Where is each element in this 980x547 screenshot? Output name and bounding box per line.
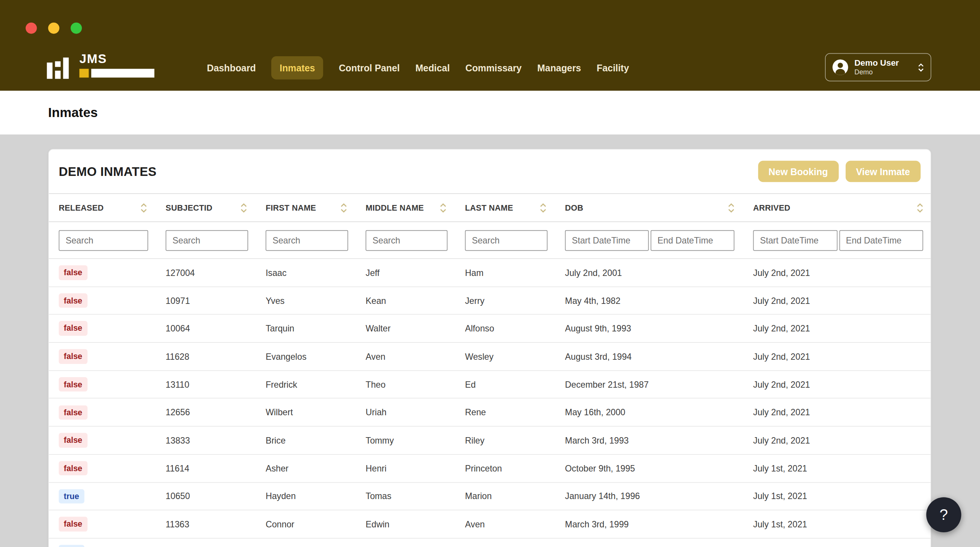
app-root: JMS DashboardInmatesControl PanelMedical…	[0, 0, 980, 547]
cell-subjectid: 12656	[156, 407, 256, 418]
view-inmate-button[interactable]: View Inmate	[845, 161, 921, 182]
table-row[interactable]: false 13833 Brice Tommy Riley March 3rd,…	[49, 427, 931, 455]
user-role: Demo	[854, 69, 912, 76]
new-booking-button[interactable]: New Booking	[758, 161, 838, 182]
cell-last-name: Ed	[455, 380, 555, 389]
released-badge: false	[59, 461, 88, 476]
cell-dob: July 2nd, 2001	[555, 268, 743, 278]
sort-icon	[916, 202, 924, 213]
cell-middle-name: Aven	[356, 351, 455, 362]
table-row[interactable]: true 10650 Hayden Tomas Marion January 1…	[49, 482, 931, 510]
cell-arrived: July 1st, 2021	[743, 519, 931, 529]
nav-item-managers[interactable]: Managers	[537, 62, 581, 73]
released-search-input[interactable]	[59, 230, 148, 251]
cell-last-name: Marion	[455, 491, 555, 501]
cell-middle-name: Tommy	[356, 435, 455, 445]
last-name-search-input[interactable]	[465, 230, 548, 251]
table-body: false 127004 Isaac Jeff Ham July 2nd, 20…	[49, 259, 931, 547]
panel-actions: New Booking View Inmate	[758, 161, 921, 182]
cell-subjectid: 127004	[156, 268, 256, 278]
cell-middle-name: Kean	[356, 296, 455, 306]
cell-released: false	[49, 405, 156, 420]
table-row[interactable]: false 12656 Wilbert Uriah Rene May 16th,…	[49, 399, 931, 427]
user-menu[interactable]: Demo User Demo	[825, 53, 931, 81]
first-name-search-input[interactable]	[266, 230, 348, 251]
cell-first-name: Connor	[256, 519, 356, 529]
brand-logo[interactable]: JMS	[47, 53, 154, 80]
cell-released: false	[49, 433, 156, 448]
cell-first-name: Tarquin	[256, 324, 356, 334]
nav-item-medical[interactable]: Medical	[415, 62, 450, 73]
nav-item-dashboard[interactable]: Dashboard	[207, 62, 256, 73]
nav-item-commissary[interactable]: Commissary	[466, 62, 522, 73]
nav-item-facility[interactable]: Facility	[597, 62, 629, 73]
cell-subjectid: 11614	[156, 463, 256, 474]
table-header-row: RELEASED SUBJECTID FIRST NAME MIDDLE NAM…	[49, 193, 931, 222]
table-row[interactable]: false 127004 Isaac Jeff Ham July 2nd, 20…	[49, 259, 931, 287]
cell-subjectid: 10064	[156, 324, 256, 334]
cell-last-name: Alfonso	[455, 324, 555, 334]
cell-released: false	[49, 461, 156, 476]
cell-middle-name: Edwin	[356, 519, 455, 529]
cell-released: false	[49, 321, 156, 336]
sort-icon	[240, 202, 247, 213]
cell-dob: August 3rd, 1994	[555, 351, 743, 362]
cell-last-name: Aven	[455, 519, 555, 529]
column-header-dob[interactable]: DOB	[555, 202, 743, 213]
released-badge: false	[59, 405, 88, 420]
column-header-middle-name[interactable]: MIDDLE NAME	[356, 202, 455, 213]
table-row[interactable]: false 13110 Fredrick Theo Ed December 21…	[49, 371, 931, 399]
sort-icon	[728, 202, 735, 213]
cell-arrived: July 2nd, 2021	[743, 268, 931, 278]
nav-item-inmates[interactable]: Inmates	[272, 56, 323, 79]
main-content: DEMO INMATES New Booking View Inmate REL…	[0, 134, 980, 547]
cell-dob: October 9th, 1995	[555, 463, 743, 474]
cell-subjectid: 11628	[156, 351, 256, 362]
arrived-start-datetime-input[interactable]	[753, 230, 837, 251]
cell-middle-name: Jeff	[356, 268, 455, 278]
cell-arrived: July 2nd, 2021	[743, 407, 931, 418]
cell-released: false	[49, 377, 156, 392]
column-header-subjectid[interactable]: SUBJECTID	[156, 202, 256, 213]
nav-item-control-panel[interactable]: Control Panel	[339, 62, 400, 73]
cell-first-name: Yves	[256, 296, 356, 306]
released-badge: false	[59, 321, 88, 336]
cell-subjectid: 10971	[156, 296, 256, 306]
column-header-released[interactable]: RELEASED	[49, 202, 156, 213]
window-close-button[interactable]	[25, 23, 37, 34]
table-filter-row	[49, 222, 931, 259]
column-header-last-name[interactable]: LAST NAME	[455, 202, 555, 213]
brand-white-bar	[91, 69, 154, 77]
page-header: Inmates	[0, 91, 980, 134]
cell-dob: August 9th, 1993	[555, 324, 743, 334]
brand-underline	[79, 69, 154, 77]
cell-arrived: July 1st, 2021	[743, 491, 931, 501]
sort-icon	[140, 202, 148, 213]
window-minimize-button[interactable]	[48, 23, 60, 34]
column-header-first-name[interactable]: FIRST NAME	[256, 202, 356, 213]
released-badge: false	[59, 293, 88, 308]
dob-start-datetime-input[interactable]	[565, 230, 649, 251]
panel-title: DEMO INMATES	[59, 164, 156, 179]
cell-middle-name: Theo	[356, 380, 455, 389]
subjectid-search-input[interactable]	[165, 230, 248, 251]
table-row[interactable]: true	[49, 538, 931, 547]
cell-released: false	[49, 265, 156, 280]
arrived-end-datetime-input[interactable]	[839, 230, 923, 251]
cell-dob: May 16th, 2000	[555, 407, 743, 418]
table-row[interactable]: false 10971 Yves Kean Jerry May 4th, 198…	[49, 287, 931, 315]
help-button[interactable]: ?	[926, 497, 961, 532]
table-row[interactable]: false 11363 Connor Edwin Aven March 3rd,…	[49, 510, 931, 538]
cell-last-name: Jerry	[455, 296, 555, 306]
brand-name: JMS	[79, 53, 154, 65]
released-badge: false	[59, 349, 88, 364]
table-row[interactable]: false 10064 Tarquin Walter Alfonso Augus…	[49, 315, 931, 343]
cell-first-name: Hayden	[256, 491, 356, 501]
table-row[interactable]: false 11628 Evangelos Aven Wesley August…	[49, 343, 931, 371]
table-row[interactable]: false 11614 Asher Henri Princeton Octobe…	[49, 455, 931, 482]
dob-end-datetime-input[interactable]	[651, 230, 735, 251]
column-header-arrived[interactable]: ARRIVED	[743, 202, 931, 213]
middle-name-search-input[interactable]	[366, 230, 447, 251]
window-maximize-button[interactable]	[70, 23, 82, 34]
cell-dob: December 21st, 1987	[555, 380, 743, 389]
